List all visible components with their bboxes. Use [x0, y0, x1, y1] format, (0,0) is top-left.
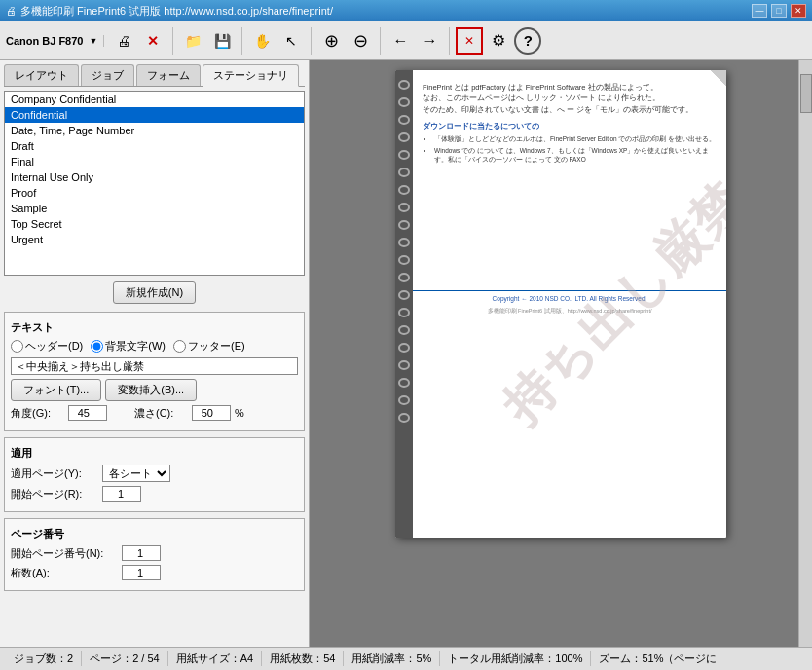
- preview-panel: FinePrint とは pdfFactory はよ FinePrint Sof…: [310, 60, 812, 647]
- save-button[interactable]: 💾: [208, 27, 236, 55]
- spiral-ring: [398, 343, 410, 353]
- start-page-label: 開始ページ(R):: [11, 487, 98, 502]
- close-button[interactable]: ✕: [791, 4, 806, 18]
- app-icon: 🖨: [6, 5, 17, 17]
- apply-section: 適用 適用ページ(Y): 各シート 開始ページ(R):: [4, 437, 305, 512]
- start-page-row: 開始ページ(R):: [11, 486, 298, 502]
- angle-label: 角度(G):: [11, 406, 64, 421]
- spiral-ring: [398, 308, 410, 317]
- print-button[interactable]: 🖨: [110, 27, 137, 55]
- statusbar: ジョブ数：2 ページ：2 / 54 用紙サイズ：A4 用紙枚数：54 用紙削減率…: [0, 647, 812, 670]
- new-stamp-button[interactable]: 新規作成(N): [113, 281, 196, 304]
- preview-header-text: FinePrint とは pdfFactory はよ FinePrint Sof…: [423, 82, 717, 115]
- radio-watermark-label[interactable]: 背景文字(W): [91, 339, 166, 354]
- spiral-ring: [398, 238, 410, 247]
- variable-button[interactable]: 変数挿入(B)...: [105, 379, 197, 401]
- page-footer: Copyright ← 2010 NSD CO., LTD. All Right…: [413, 290, 726, 306]
- hand-tool-button[interactable]: ✋: [248, 27, 276, 55]
- stamp-list[interactable]: Company Confidential Confidential Date, …: [4, 91, 305, 276]
- back-button[interactable]: ←: [387, 27, 414, 55]
- spiral-ring: [398, 360, 410, 370]
- start-num-input[interactable]: [122, 545, 161, 561]
- status-total-reduction: トータル用紙削減率：100%: [440, 651, 591, 666]
- radio-footer-label[interactable]: フッター(E): [173, 339, 245, 354]
- digits-input[interactable]: [122, 565, 161, 580]
- cancel-x-button[interactable]: ✕: [456, 27, 483, 55]
- forward-button[interactable]: →: [416, 27, 443, 55]
- text-section-label: テキスト: [11, 320, 298, 335]
- pointer-button[interactable]: ↖: [277, 27, 305, 55]
- spiral-ring: [398, 273, 410, 282]
- list-item[interactable]: Top Secret: [5, 216, 304, 232]
- tab-form[interactable]: フォーム: [136, 64, 201, 86]
- help-button[interactable]: ?: [514, 27, 541, 55]
- apply-page-select[interactable]: 各シート: [102, 465, 170, 482]
- preview-scrollbar[interactable]: [798, 60, 812, 647]
- angle-input[interactable]: [68, 405, 107, 421]
- list-item[interactable]: Draft: [5, 138, 304, 154]
- title-text: 多機能印刷 FinePrint6 試用版 http://www.nsd.co.j…: [20, 4, 750, 19]
- minimize-button[interactable]: —: [752, 4, 767, 18]
- spiral-ring: [398, 395, 410, 405]
- printer-selector[interactable]: Canon BJ F870 ▼: [6, 35, 104, 47]
- start-page-input[interactable]: [102, 486, 141, 502]
- text-section: テキスト ヘッダー(D) 背景文字(W) フッター(E) フォ: [4, 312, 305, 431]
- radio-watermark[interactable]: [91, 340, 103, 353]
- list-item[interactable]: Proof: [5, 185, 304, 201]
- main-content: レイアウト ジョブ フォーム ステーショナリ Company Confident…: [0, 60, 812, 647]
- zoom-buttons: ⊕ ⊖: [317, 27, 381, 55]
- spiral-ring: [398, 97, 410, 107]
- list-item[interactable]: Sample: [5, 201, 304, 216]
- delete-button[interactable]: ✕: [139, 27, 166, 55]
- printer-label: Canon BJ F870: [6, 35, 83, 47]
- printer-dropdown-icon[interactable]: ▼: [89, 36, 97, 46]
- spiral-ring: [398, 168, 410, 177]
- start-num-label: 開始ページ番号(N):: [11, 546, 118, 561]
- tab-stationary[interactable]: ステーショナリ: [203, 64, 299, 87]
- list-item[interactable]: Internal Use Only: [5, 169, 304, 185]
- view-buttons: ✋ ↖: [248, 27, 312, 55]
- status-zoom: ズーム：51%（ページに: [591, 651, 724, 666]
- stamp-text-input[interactable]: [11, 357, 298, 375]
- spiral-ring: [398, 80, 410, 90]
- scrollbar-thumb[interactable]: [800, 74, 812, 113]
- radio-header-label[interactable]: ヘッダー(D): [11, 339, 83, 354]
- file-buttons: 📁 💾: [179, 27, 242, 55]
- digits-label: 桁数(A):: [11, 566, 118, 580]
- open-button[interactable]: 📁: [179, 27, 206, 55]
- list-item[interactable]: Date, Time, Page Number: [5, 123, 304, 138]
- list-item[interactable]: Confidential: [5, 107, 304, 123]
- list-item[interactable]: Urgent: [5, 232, 304, 247]
- zoom-out-button[interactable]: ⊖: [347, 27, 374, 55]
- list-item[interactable]: Final: [5, 154, 304, 169]
- tab-layout[interactable]: レイアウト: [4, 64, 79, 86]
- start-num-row: 開始ページ番号(N):: [11, 545, 298, 561]
- spiral-ring: [398, 203, 410, 212]
- tab-bar: レイアウト ジョブ フォーム ステーショナリ: [4, 64, 305, 87]
- preview-bullet-1: 「体験版」としどどなどのエルホは、FinePrint Server Editio…: [434, 134, 717, 143]
- radio-footer[interactable]: [173, 340, 186, 353]
- spiral-ring: [398, 115, 410, 125]
- radio-header[interactable]: [11, 340, 23, 353]
- settings-button[interactable]: ⚙: [485, 27, 512, 55]
- status-paper-count: 用紙枚数：54: [262, 651, 344, 666]
- zoom-in-button[interactable]: ⊕: [317, 27, 345, 55]
- page-number-section-label: ページ番号: [11, 527, 298, 541]
- preview-section-title: ダウンロードに当たるについての: [423, 121, 717, 131]
- maximize-button[interactable]: □: [771, 4, 787, 18]
- density-input[interactable]: [192, 405, 231, 421]
- text-input-row: [11, 357, 298, 375]
- status-paper-size: 用紙サイズ：A4: [168, 651, 262, 666]
- font-btn-row: フォント(T)... 変数挿入(B)...: [11, 379, 298, 401]
- spiral-ring: [398, 413, 410, 423]
- page-preview: FinePrint とは pdfFactory はよ FinePrint Sof…: [395, 70, 726, 538]
- toolbar: Canon BJ F870 ▼ 🖨 ✕ 📁 💾 ✋ ↖ ⊕ ⊖ ← → ✕ ⚙ …: [0, 21, 812, 60]
- spiral-ring: [398, 378, 410, 388]
- tab-job[interactable]: ジョブ: [81, 64, 134, 86]
- new-button-row: 新規作成(N): [4, 281, 305, 304]
- list-item[interactable]: Company Confidential: [5, 92, 304, 107]
- apply-section-label: 適用: [11, 446, 298, 461]
- angle-row: 角度(G): 濃さ(C): %: [11, 405, 298, 421]
- font-button[interactable]: フォント(T)...: [11, 379, 101, 401]
- digits-row: 桁数(A):: [11, 565, 298, 580]
